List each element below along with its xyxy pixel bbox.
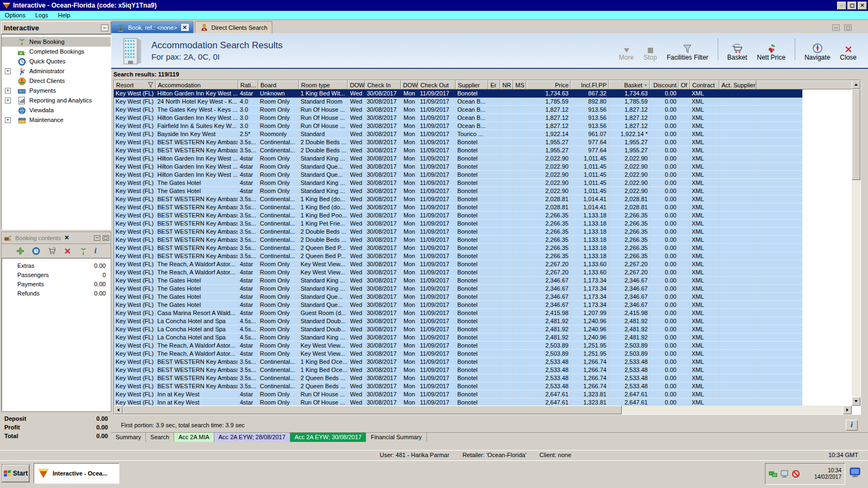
column-header-dow[interactable]: DOW — [401, 80, 418, 89]
column-header-check-in[interactable]: Check In — [365, 80, 401, 89]
column-header-er[interactable]: Er — [488, 80, 500, 89]
result-row[interactable]: Key West (FL)Inn at Key West4starRoom On… — [114, 390, 802, 399]
booking-contents-minimize-icon[interactable]: ─ — [94, 235, 100, 241]
result-row[interactable]: Key West (FL)Inn at Key West4starRoom On… — [114, 399, 802, 406]
sidebar-item-direct-clients[interactable]: Direct Clients — [2, 76, 111, 86]
result-row[interactable]: Key West (FL)BEST WESTERN Key Ambass...3… — [114, 211, 802, 220]
bottom-tab-acc-2a-eyw-28-08-2017[interactable]: Acc 2A EYW; 28/08/2017 — [214, 433, 290, 442]
column-header-basket[interactable]: Basket▼ — [609, 80, 650, 89]
result-row[interactable]: Key West (FL)24 North Hotel Key West - K… — [114, 98, 802, 106]
result-row[interactable]: Key West (FL)BEST WESTERN Key Ambass...3… — [114, 236, 802, 244]
window-maximize-button[interactable] — [847, 2, 857, 10]
column-header-discount[interactable]: Discount — [650, 80, 679, 89]
computer-icon[interactable] — [780, 470, 789, 478]
panel-minimize-icon[interactable]: ─ — [832, 24, 840, 31]
vertical-scrollbar[interactable] — [852, 80, 860, 406]
booking-contents-row-extras[interactable]: Extras0.00 — [2, 261, 110, 270]
tree-expand-icon[interactable]: + — [5, 98, 11, 104]
blocked-status-icon[interactable] — [792, 470, 800, 478]
info-icon[interactable]: i — [94, 247, 97, 255]
result-row[interactable]: Key West (FL)BEST WESTERN Key Ambass...3… — [114, 382, 802, 390]
tab-booking-ref[interactable]: Book. ref.: <none> ✕ — [111, 21, 194, 33]
result-row[interactable]: Key West (FL)The Reach, A Waldorf Astor.… — [114, 268, 802, 277]
result-row[interactable]: Key West (FL)BEST WESTERN Key Ambass...3… — [114, 228, 802, 236]
horizontal-scroll-thumb[interactable] — [123, 406, 622, 414]
scroll-right-button[interactable] — [843, 406, 852, 414]
scroll-left-button[interactable] — [114, 406, 123, 414]
taskbar-task-interactive[interactable]: Interactive - Ocea... — [34, 463, 119, 484]
result-row[interactable]: Key West (FL)BEST WESTERN Key Ambass...3… — [114, 203, 802, 211]
scroll-down-button[interactable] — [852, 397, 860, 406]
booking-contents-row-refunds[interactable]: Refunds0.00 — [2, 288, 110, 298]
palm-tree-icon[interactable] — [79, 247, 88, 255]
column-header-rati-[interactable]: Rati... — [238, 80, 258, 89]
info-button[interactable]: i — [846, 420, 858, 431]
stop-button[interactable]: Stop — [640, 41, 661, 62]
sidebar-item-quick-quotes[interactable]: Quick Quotes — [2, 56, 111, 66]
column-filter-icon[interactable] — [148, 82, 154, 89]
result-row[interactable]: Key West (FL)Hilton Garden Inn Key West … — [114, 89, 802, 98]
result-row[interactable]: Key West (FL)BEST WESTERN Key Ambass...3… — [114, 374, 802, 382]
basket-transfer-icon[interactable] — [47, 247, 56, 255]
column-header-nr[interactable]: NR — [500, 80, 513, 89]
close-button[interactable]: Close — [836, 41, 860, 62]
start-button[interactable]: Start — [2, 464, 30, 483]
quote-clock-icon[interactable] — [31, 247, 41, 255]
booking-contents-close-icon[interactable]: ✕ — [64, 234, 69, 241]
sidebar-item-completed-bookings[interactable]: Completed Bookings — [2, 47, 111, 56]
panel-restore-icon[interactable]: ▢ — [844, 24, 852, 31]
result-row[interactable]: Key West (FL)BEST WESTERN Key Ambass...3… — [114, 220, 802, 228]
vertical-scroll-thumb[interactable] — [852, 89, 860, 180]
tree-expand-icon[interactable]: + — [5, 117, 11, 123]
taskbar-clock[interactable]: 10:34 14/02/2017 — [814, 467, 841, 480]
bottom-tab-financial-summary[interactable]: Financial Summary — [366, 433, 426, 442]
column-header-resort[interactable]: Resort — [114, 80, 156, 89]
booking-contents-maximize-icon[interactable]: ▢ — [103, 235, 109, 241]
result-row[interactable]: Key West (FL)The Reach, A Waldorf Astor.… — [114, 260, 802, 268]
add-icon[interactable] — [16, 247, 25, 255]
window-close-button[interactable] — [858, 2, 867, 10]
result-row[interactable]: Key West (FL)Casa Marina Resort A Wald..… — [114, 309, 802, 317]
result-row[interactable]: Key West (FL)The Reach, A Waldorf Astor.… — [114, 350, 802, 358]
column-header-of[interactable]: Of — [679, 80, 690, 89]
result-row[interactable]: Key West (FL)The Gates Hotel4starRoom On… — [114, 293, 802, 301]
sidebar-collapse-button[interactable]: − — [101, 24, 108, 31]
result-row[interactable]: Key West (FL)La Concha Hotel and Spa4.5s… — [114, 325, 802, 333]
booking-contents-row-passengers[interactable]: Passengers0 — [2, 270, 110, 279]
tab-direct-clients-search[interactable]: Direct Clients Search — [195, 21, 272, 33]
result-row[interactable]: Key West (FL)Bayside Inn Key West2.5*Roo… — [114, 130, 802, 138]
column-header-price[interactable]: Price — [526, 80, 571, 89]
display-settings-icon[interactable] — [850, 467, 860, 477]
bottom-tab-acc-2a-mia[interactable]: Acc 2A MIA — [174, 433, 214, 442]
result-row[interactable]: Key West (FL)Hilton Garden Inn Key West … — [114, 171, 802, 179]
result-row[interactable]: Key West (FL)The Gates Hotel4starRoom On… — [114, 277, 802, 285]
tree-expand-icon[interactable]: + — [5, 88, 11, 94]
scroll-up-button[interactable] — [852, 80, 860, 89]
result-row[interactable]: Key West (FL)The Reach, A Waldorf Astor.… — [114, 342, 802, 350]
more-button[interactable]: More — [615, 41, 637, 62]
booking-contents-row-payments[interactable]: Payments0.00 — [2, 279, 110, 288]
column-header-incl-fl-pp[interactable]: Incl.Fl.PP — [571, 80, 609, 89]
menu-options[interactable]: Options — [0, 12, 30, 18]
result-row[interactable]: Key West (FL)La Concha Hotel and Spa4.5s… — [114, 333, 802, 342]
column-header-dow[interactable]: DOW — [348, 80, 365, 89]
navigate-button[interactable]: Navigate — [801, 41, 834, 62]
tab-close-icon[interactable]: ✕ — [181, 24, 189, 31]
delete-icon[interactable] — [63, 247, 72, 255]
result-row[interactable]: Key West (FL)The Gates Key West - Keys .… — [114, 106, 802, 114]
result-row[interactable]: Key West (FL)Hilton Garden Inn Key West … — [114, 155, 802, 163]
nett-price-button[interactable]: Nett Price — [753, 41, 789, 62]
result-row[interactable]: Key West (FL)The Gates Hotel4starRoom On… — [114, 301, 802, 309]
result-row[interactable]: Key West (FL)The Gates Hotel4starRoom On… — [114, 187, 802, 195]
sidebar-item-viewdata[interactable]: Viewdata — [2, 105, 111, 115]
column-header-contract[interactable]: Contract — [690, 80, 719, 89]
result-row[interactable]: Key West (FL)The Gates Hotel4starRoom On… — [114, 285, 802, 293]
column-header-act-supplier[interactable]: Act. Supplier — [719, 80, 756, 89]
result-row[interactable]: Key West (FL)La Concha Hotel and Spa4.5s… — [114, 317, 802, 325]
network-icon[interactable] — [769, 470, 777, 478]
facilities-filter-button[interactable]: Facilities Filter — [663, 41, 712, 62]
result-row[interactable]: Key West (FL)BEST WESTERN Key Ambass...3… — [114, 252, 802, 260]
result-row[interactable]: Key West (FL)BEST WESTERN Key Ambass...3… — [114, 358, 802, 366]
bottom-tab-summary[interactable]: Summary — [111, 433, 146, 442]
column-header-ms[interactable]: MS — [513, 80, 526, 89]
